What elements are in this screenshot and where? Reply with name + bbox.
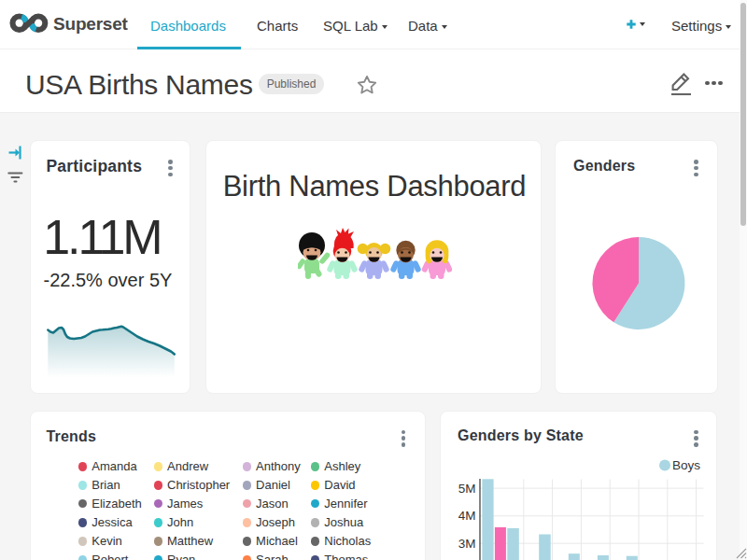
svg-text:5M: 5M — [458, 482, 476, 496]
svg-text:Boys: Boys — [672, 458, 700, 472]
svg-text:3M: 3M — [458, 537, 476, 551]
svg-text:4M: 4M — [458, 509, 476, 523]
